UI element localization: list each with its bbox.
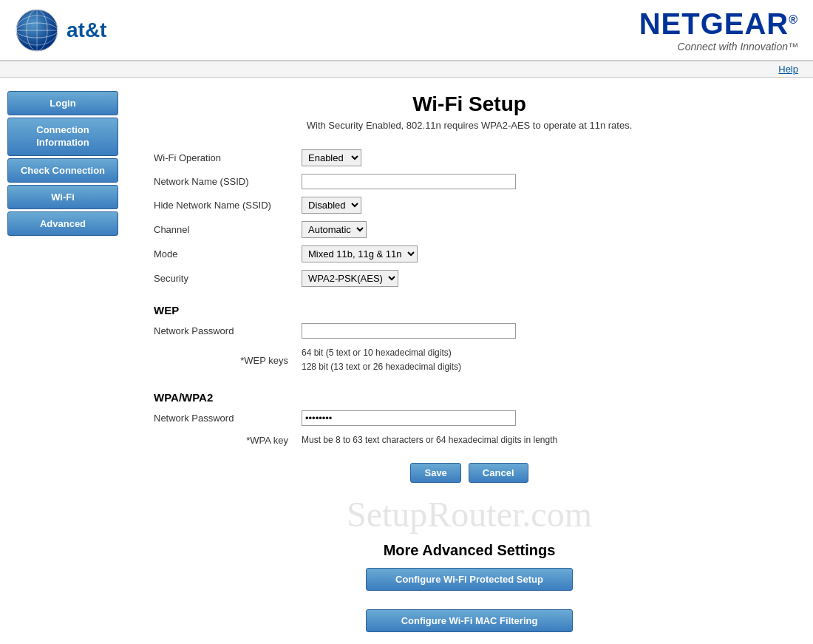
wep-hint-2: 128 bit (13 text or 26 hexadecimal digit… bbox=[302, 360, 785, 374]
help-link[interactable]: Help bbox=[778, 64, 798, 75]
sidebar-item-advanced[interactable]: Advanced bbox=[7, 211, 118, 236]
watermark: SetupRouter.com bbox=[148, 494, 791, 535]
cancel-button[interactable]: Cancel bbox=[469, 463, 528, 483]
wpa-network-password-row: Network Password bbox=[148, 407, 791, 430]
wifi-operation-select[interactable]: Enabled Disabled bbox=[302, 149, 361, 166]
netgear-title: NETGEAR® bbox=[639, 7, 798, 41]
wpa-section-heading: WPA/WPA2 bbox=[148, 385, 791, 407]
wpa-form: Network Password *WPA key Must be 8 to 6… bbox=[148, 407, 791, 451]
wpa-network-password-label: Network Password bbox=[148, 407, 296, 430]
security-label: Security bbox=[148, 266, 296, 291]
wpa-key-hint: Must be 8 to 63 text characters or 64 he… bbox=[302, 433, 785, 447]
hide-network-select[interactable]: Disabled Enabled bbox=[302, 197, 361, 214]
sidebar-item-check-connection[interactable]: Check Connection bbox=[7, 158, 118, 183]
att-logo: at&t bbox=[15, 8, 106, 52]
mode-label: Mode bbox=[148, 242, 296, 266]
mode-row: Mode Mixed 11b, 11g & 11n 11b only 11g o… bbox=[148, 242, 791, 266]
sidebar: Login ConnectionInformation Check Connec… bbox=[0, 78, 126, 644]
wpa-key-row: *WPA key Must be 8 to 63 text characters… bbox=[148, 430, 791, 451]
page-subtitle: With Security Enabled, 802.11n requires … bbox=[148, 120, 791, 131]
advanced-settings-title: More Advanced Settings bbox=[148, 542, 791, 559]
save-button[interactable]: Save bbox=[410, 463, 460, 483]
page-title: Wi-Fi Setup bbox=[148, 92, 791, 116]
sidebar-item-connection-information[interactable]: ConnectionInformation bbox=[7, 118, 118, 156]
wpa-network-password-input[interactable] bbox=[302, 410, 516, 426]
wep-network-password-label: Network Password bbox=[148, 319, 296, 342]
wpa-key-label: *WPA key bbox=[148, 430, 296, 451]
wifi-operation-row: Wi-Fi Operation Enabled Disabled bbox=[148, 146, 791, 170]
security-row: Security WPA2-PSK(AES) WPA-PSK(TKIP) WEP… bbox=[148, 266, 791, 291]
wifi-operation-label: Wi-Fi Operation bbox=[148, 146, 296, 170]
configure-wifi-protected-setup-button[interactable]: Configure Wi-Fi Protected Setup bbox=[366, 568, 573, 591]
hide-network-label: Hide Network Name (SSID) bbox=[148, 193, 296, 217]
netgear-subtitle: Connect with Innovation™ bbox=[639, 41, 798, 52]
main-content: Wi-Fi Setup With Security Enabled, 802.1… bbox=[126, 78, 813, 644]
att-globe-icon bbox=[15, 8, 59, 52]
layout: Login ConnectionInformation Check Connec… bbox=[0, 78, 813, 644]
network-name-input[interactable] bbox=[302, 174, 516, 189]
form-buttons: Save Cancel bbox=[148, 463, 791, 483]
sidebar-item-wifi[interactable]: Wi-Fi bbox=[7, 185, 118, 209]
wifi-setup-form: Wi-Fi Operation Enabled Disabled Network… bbox=[148, 146, 791, 291]
att-logo-text: at&t bbox=[67, 18, 106, 42]
mode-select[interactable]: Mixed 11b, 11g & 11n 11b only 11g only 1… bbox=[302, 245, 418, 262]
wep-network-password-row: Network Password bbox=[148, 319, 791, 342]
channel-select[interactable]: Automatic 1234 5678 91011 bbox=[302, 221, 367, 238]
channel-row: Channel Automatic 1234 5678 91011 bbox=[148, 217, 791, 242]
security-select[interactable]: WPA2-PSK(AES) WPA-PSK(TKIP) WEP None bbox=[302, 270, 398, 287]
sidebar-item-login[interactable]: Login bbox=[7, 91, 118, 115]
netgear-logo: NETGEAR® Connect with Innovation™ bbox=[639, 7, 798, 52]
help-bar: Help bbox=[0, 61, 813, 78]
channel-label: Channel bbox=[148, 217, 296, 242]
configure-wifi-mac-filtering-button[interactable]: Configure Wi-Fi MAC Filtering bbox=[366, 609, 573, 632]
network-name-label: Network Name (SSID) bbox=[148, 170, 296, 193]
wep-section-heading: WEP bbox=[148, 298, 791, 319]
network-name-row: Network Name (SSID) bbox=[148, 170, 791, 193]
wep-form: Network Password *WEP keys 64 bit (5 tex… bbox=[148, 319, 791, 378]
header: at&t NETGEAR® Connect with Innovation™ bbox=[0, 0, 813, 61]
wep-keys-row: *WEP keys 64 bit (5 text or 10 hexadecim… bbox=[148, 342, 791, 378]
hide-network-row: Hide Network Name (SSID) Disabled Enable… bbox=[148, 193, 791, 217]
wep-network-password-input[interactable] bbox=[302, 323, 516, 339]
wep-keys-label: *WEP keys bbox=[148, 342, 296, 378]
wep-hint-1: 64 bit (5 text or 10 hexadecimal digits) bbox=[302, 346, 785, 360]
